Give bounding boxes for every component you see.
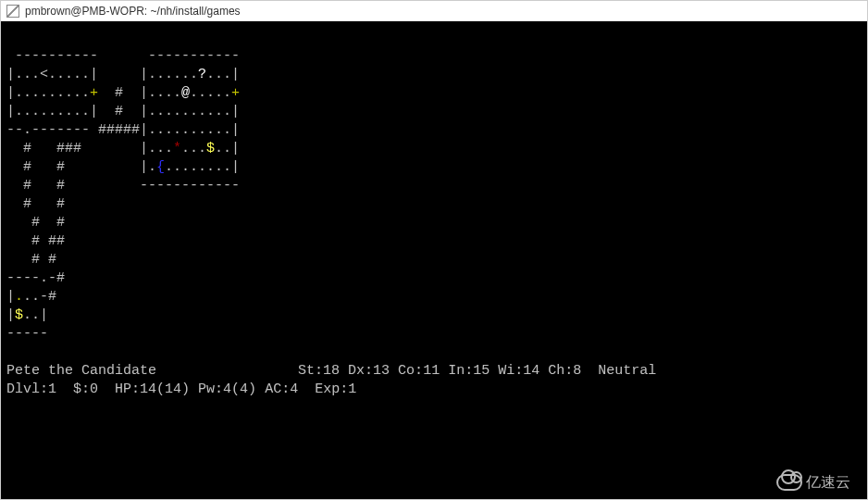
window-title: pmbrown@PMB-WOPR: ~/nh/install/games <box>25 5 241 18</box>
item-glyph: { <box>156 159 165 175</box>
status-line-2: Dlvl:1 $:0 HP:14(14) Pw:4(4) AC:4 Exp:1 <box>6 381 356 397</box>
map-row: # ### |...*...$..| <box>6 141 240 156</box>
gold-glyph: $ <box>206 141 215 156</box>
map-row: # # |.{........| <box>6 159 240 175</box>
map-row: |...-# <box>6 289 56 305</box>
map-row: ----- <box>6 326 48 342</box>
window-icon <box>6 5 19 18</box>
player-glyph: @ <box>181 85 190 101</box>
item-glyph: * <box>173 141 181 156</box>
nethack-screen[interactable]: ---------- ----------- |...<.....| |....… <box>1 21 867 499</box>
map-row: # ## <box>6 233 65 249</box>
map-row: |.........+ # |....@.....+ <box>6 85 240 101</box>
map-row: # # <box>6 215 65 231</box>
map-row: |$..| <box>6 307 48 323</box>
map-row: |...<.....| |......?...| <box>6 67 240 82</box>
cloud-icon <box>776 474 802 491</box>
map-row: # # <box>6 252 56 268</box>
gold-glyph: $ <box>15 307 23 323</box>
map-row: --.------- #####|..........| <box>6 122 240 138</box>
watermark: 亿速云 <box>776 473 850 492</box>
watermark-text: 亿速云 <box>806 473 850 492</box>
terminal-window: pmbrown@PMB-WOPR: ~/nh/install/games ---… <box>0 0 868 500</box>
status-line-1: Pete the Candidate St:18 Dx:13 Co:11 In:… <box>6 363 656 379</box>
map-row: ---------- ----------- <box>6 48 240 64</box>
map-row: # # <box>6 196 65 212</box>
map-row: # # ------------ <box>6 178 240 194</box>
titlebar[interactable]: pmbrown@PMB-WOPR: ~/nh/install/games <box>1 1 867 21</box>
map-row: ----.-# <box>6 270 65 286</box>
map-row: |.........| # |..........| <box>6 104 240 119</box>
